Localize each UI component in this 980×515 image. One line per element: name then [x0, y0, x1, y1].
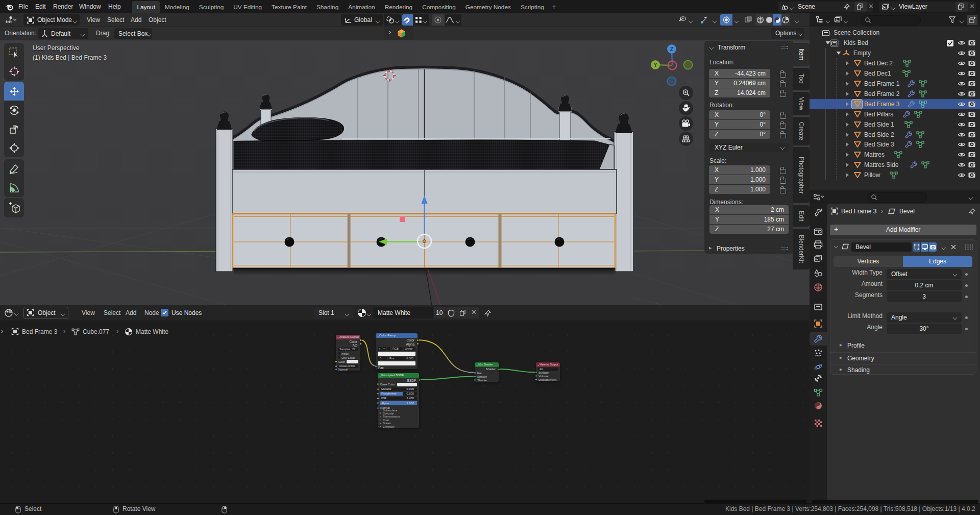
svg-text:Z: Z — [670, 46, 673, 52]
svg-text:Y: Y — [654, 62, 657, 68]
